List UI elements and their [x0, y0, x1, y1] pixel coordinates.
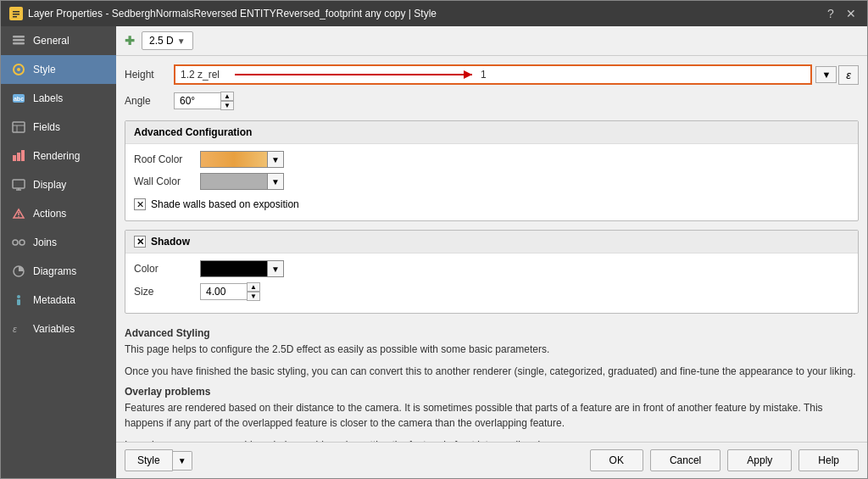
sidebar-label-style: Style	[33, 64, 56, 75]
svg-point-22	[18, 216, 19, 218]
bottom-bar: Style ▼ OK Cancel Apply Help	[116, 442, 867, 478]
content-area: ✚ 2.5 D ▼ Height	[116, 26, 867, 478]
angle-input[interactable]	[174, 92, 220, 109]
app-icon	[9, 7, 23, 20]
wall-color-label: Wall Color	[134, 175, 193, 187]
angle-label: Angle	[125, 95, 167, 107]
main-content: General Style abc Labels Fields	[1, 26, 867, 478]
scroll-area[interactable]: Height 1 ▼ ε	[116, 56, 867, 442]
angle-spin-buttons: ▲ ▼	[220, 92, 234, 110]
advanced-config-content: Roof Color ▼ Wall Color ▼	[125, 144, 858, 220]
angle-row: Angle ▲ ▼	[125, 92, 859, 110]
roof-color-dropdown[interactable]: ▼	[268, 151, 284, 168]
svg-rect-4	[13, 36, 25, 38]
overlay-text1: Features are rendered based on their dis…	[125, 400, 859, 431]
help-title-button[interactable]: ?	[823, 6, 838, 21]
shadow-size-label: Size	[134, 286, 193, 298]
help-button[interactable]: Help	[798, 449, 859, 471]
shadow-color-row: Color ▼	[134, 260, 849, 277]
renderer-label: 2.5 D	[149, 35, 174, 47]
sidebar-item-metadata[interactable]: Metadata	[1, 286, 116, 315]
add-icon: ✚	[125, 34, 135, 47]
sidebar-item-display[interactable]: Display	[1, 170, 116, 199]
advanced-styling-text1: This page helps to configure the 2.5D ef…	[125, 342, 859, 357]
shadow-size-up-button[interactable]: ▲	[247, 282, 260, 292]
metadata-icon	[11, 292, 26, 308]
shadow-color-label: Color	[134, 263, 193, 275]
height-suffix-button[interactable]: ▼	[815, 66, 837, 83]
height-label: Height	[125, 69, 167, 81]
svg-rect-6	[13, 42, 25, 45]
title-bar: Layer Properties - SedberghNormalsRevers…	[1, 1, 867, 26]
shadow-size-input[interactable]	[200, 283, 247, 300]
shadow-content: Color ▼ Size ▲	[125, 253, 858, 313]
display-icon	[11, 177, 26, 192]
style-icon	[11, 62, 26, 77]
roof-color-swatch[interactable]	[200, 151, 268, 168]
svg-rect-1	[13, 11, 19, 13]
svg-rect-14	[13, 155, 16, 161]
title-bar-buttons: ? ✕	[823, 6, 859, 21]
shadow-section: ✕ Shadow Color ▼	[125, 230, 859, 314]
svg-rect-16	[21, 150, 25, 161]
epsilon-button[interactable]: ε	[838, 65, 859, 85]
sidebar-label-rendering: Rendering	[33, 150, 80, 162]
sidebar-item-actions[interactable]: Actions	[1, 199, 116, 228]
shade-walls-checkbox[interactable]: ✕	[134, 198, 146, 210]
layers-icon	[11, 33, 26, 48]
wall-color-dropdown[interactable]: ▼	[268, 173, 284, 190]
shadow-color-swatch[interactable]	[200, 260, 268, 277]
title-bar-left: Layer Properties - SedberghNormalsRevers…	[9, 7, 437, 20]
sidebar-item-rendering[interactable]: Rendering	[1, 142, 116, 170]
sidebar-item-general[interactable]: General	[1, 26, 116, 55]
apply-button[interactable]: Apply	[727, 449, 792, 471]
advanced-config-header: Advanced Configuration	[125, 121, 858, 144]
svg-rect-3	[13, 16, 17, 18]
variables-icon: ε	[11, 321, 26, 337]
sidebar-label-general: General	[33, 35, 70, 47]
ok-button[interactable]: OK	[590, 449, 643, 471]
sidebar-label-fields: Fields	[33, 121, 60, 133]
sidebar-label-metadata: Metadata	[33, 294, 75, 306]
svg-rect-5	[13, 39, 25, 42]
rendering-icon	[11, 148, 26, 164]
sidebar-item-joins[interactable]: Joins	[1, 228, 116, 257]
shadow-checkbox[interactable]: ✕	[134, 236, 146, 248]
height-input[interactable]	[174, 64, 812, 85]
renderer-dropdown[interactable]: 2.5 D ▼	[142, 31, 193, 50]
sidebar-label-display: Display	[33, 179, 66, 191]
angle-down-button[interactable]: ▼	[220, 101, 234, 110]
window-title: Layer Properties - SedberghNormalsRevers…	[28, 8, 437, 19]
shadow-size-spin-buttons: ▲ ▼	[247, 282, 260, 301]
style-dropdown-button[interactable]: ▼	[173, 451, 192, 471]
svg-point-8	[17, 68, 20, 71]
shadow-size-down-button[interactable]: ▼	[247, 292, 260, 301]
labels-icon: abc	[11, 91, 26, 106]
sidebar-item-fields[interactable]: Fields	[1, 113, 116, 142]
diagrams-icon	[11, 264, 26, 279]
sidebar-item-variables[interactable]: ε Variables	[1, 315, 116, 343]
sidebar-label-actions: Actions	[33, 208, 66, 220]
sidebar-item-diagrams[interactable]: Diagrams	[1, 257, 116, 286]
sidebar-item-labels[interactable]: abc Labels	[1, 84, 116, 113]
fields-icon	[11, 120, 26, 135]
style-button-group: Style ▼	[125, 449, 192, 471]
svg-rect-15	[17, 153, 20, 161]
cancel-button[interactable]: Cancel	[650, 449, 721, 471]
overlay-title: Overlay problems	[125, 386, 859, 398]
shadow-color-dropdown[interactable]: ▼	[268, 260, 284, 277]
shade-walls-row: ✕ Shade walls based on exposition	[134, 195, 849, 214]
sidebar-item-style[interactable]: Style	[1, 55, 116, 84]
svg-point-26	[17, 295, 20, 298]
dialog-buttons: OK Cancel Apply Help	[590, 449, 859, 471]
svg-point-23	[13, 240, 18, 245]
wall-color-row: Wall Color ▼	[134, 173, 849, 190]
wall-color-swatch[interactable]	[200, 173, 268, 190]
angle-up-button[interactable]: ▲	[220, 92, 234, 101]
height-row: Height 1 ▼ ε	[125, 64, 859, 85]
sidebar-label-diagrams: Diagrams	[33, 265, 76, 277]
close-title-button[interactable]: ✕	[843, 6, 859, 21]
style-button[interactable]: Style	[125, 449, 173, 471]
sidebar: General Style abc Labels Fields	[1, 26, 116, 478]
joins-icon	[11, 235, 26, 250]
